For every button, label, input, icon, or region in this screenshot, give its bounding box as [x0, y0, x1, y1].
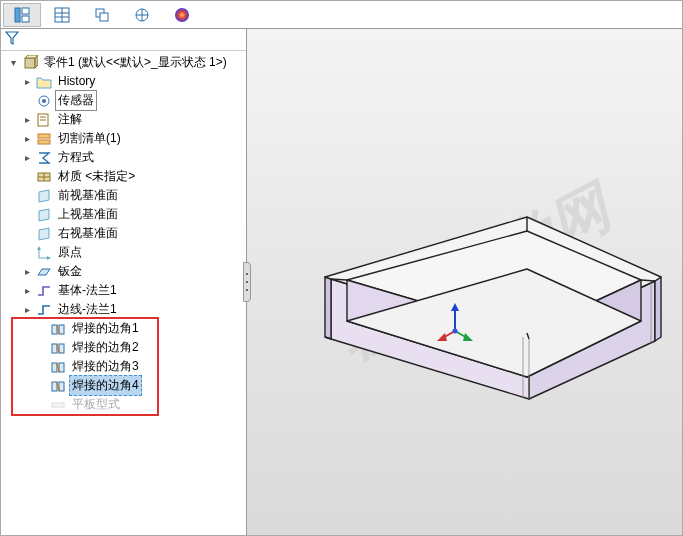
plane-icon	[35, 189, 53, 203]
svg-rect-31	[52, 344, 57, 353]
tree-node-weld-corner-2[interactable]: ▸焊接的边角2	[5, 338, 246, 357]
weld-icon	[49, 322, 67, 336]
svg-point-15	[42, 99, 46, 103]
weld-icon	[49, 360, 67, 374]
svg-line-50	[331, 279, 347, 280]
tab-feature-manager[interactable]	[3, 3, 41, 27]
tree-node-label: 传感器	[55, 90, 97, 111]
svg-marker-43	[325, 277, 331, 339]
collapse-handle[interactable]	[243, 262, 251, 302]
svg-marker-27	[47, 256, 51, 260]
tree-node-material[interactable]: ▸材质 <未指定>	[5, 167, 246, 186]
tree-node-label: 前视基准面	[55, 185, 121, 206]
weld-icon	[49, 341, 67, 355]
tree-node-label: 方程式	[55, 147, 97, 168]
svg-rect-32	[59, 344, 64, 353]
tree-node-weld-corner-1[interactable]: ▸焊接的边角1	[5, 319, 246, 338]
tree-node-weld-corner-4[interactable]: ▸焊接的边角4	[5, 376, 246, 395]
svg-rect-8	[100, 13, 108, 21]
svg-marker-26	[37, 246, 41, 250]
svg-marker-44	[655, 277, 661, 341]
svg-rect-20	[38, 140, 50, 144]
funnel-icon[interactable]	[5, 31, 19, 48]
tree-node-base-flange[interactable]: ▸基体-法兰1	[5, 281, 246, 300]
part-root-node[interactable]: ▾ 零件1 (默认<<默认>_显示状态 1>)	[5, 53, 246, 72]
folder-icon	[35, 75, 53, 89]
chevron-down-icon[interactable]: ▾	[7, 53, 19, 72]
feature-tree-panel: ▾ 零件1 (默认<<默认>_显示状态 1>) ▸History▸传感器▸注解▸…	[1, 29, 247, 535]
tree-node-sensors[interactable]: ▸传感器	[5, 91, 246, 110]
feature-manager-tabs	[1, 1, 682, 29]
svg-rect-0	[15, 8, 20, 22]
tree-node-sheetmetal[interactable]: ▸钣金	[5, 262, 246, 281]
chevron-right-icon[interactable]: ▸	[21, 72, 33, 91]
tree-node-label: 基体-法兰1	[55, 280, 120, 301]
model-viewport[interactable]: 软件自学网	[247, 29, 682, 535]
sensor-icon	[35, 94, 53, 108]
tree-node-label: 平板型式	[69, 394, 123, 415]
note-icon	[35, 113, 53, 127]
material-icon	[35, 170, 53, 184]
tree-node-history[interactable]: ▸History	[5, 72, 246, 91]
tree-node-label: 注解	[55, 109, 85, 130]
tree-node-label: 焊接的边角3	[69, 356, 142, 377]
svg-rect-19	[38, 134, 50, 138]
tree-node-label: History	[55, 71, 98, 92]
tree-node-label: 焊接的边角2	[69, 337, 142, 358]
plane-icon	[35, 227, 53, 241]
tree-node-origin[interactable]: ▸原点	[5, 243, 246, 262]
svg-rect-40	[52, 403, 64, 407]
tree-node-top-plane[interactable]: ▸上视基准面	[5, 205, 246, 224]
chevron-right-icon[interactable]: ▸	[21, 262, 33, 281]
svg-point-12	[175, 8, 189, 22]
tree-node-label: 焊接的边角4	[69, 375, 142, 396]
weld-icon	[49, 379, 67, 393]
tree-node-label: 边线-法兰1	[55, 299, 120, 320]
svg-rect-34	[52, 363, 57, 372]
svg-line-52	[641, 280, 655, 281]
tab-display-manager[interactable]	[163, 3, 201, 27]
sheetmetal-icon	[35, 265, 53, 279]
svg-rect-2	[22, 16, 29, 22]
tree-node-label: 材质 <未指定>	[55, 166, 138, 187]
feature-tree[interactable]: ▾ 零件1 (默认<<默认>_显示状态 1>) ▸History▸传感器▸注解▸…	[1, 51, 246, 535]
tree-node-label: 原点	[55, 242, 85, 263]
tab-dimxpert[interactable]	[123, 3, 161, 27]
chevron-right-icon[interactable]: ▸	[21, 110, 33, 129]
svg-rect-29	[59, 325, 64, 334]
chevron-right-icon[interactable]: ▸	[21, 300, 33, 319]
part-icon	[21, 55, 39, 71]
svg-rect-1	[22, 8, 29, 14]
plane-icon	[35, 208, 53, 222]
svg-rect-35	[59, 363, 64, 372]
cutlist-icon	[35, 132, 53, 146]
tree-node-edge-flange[interactable]: ▸边线-法兰1	[5, 300, 246, 319]
tree-node-cutlist[interactable]: ▸切割清单(1)	[5, 129, 246, 148]
svg-rect-13	[25, 58, 35, 68]
tree-node-label: 焊接的边角1	[69, 318, 142, 339]
sheet-metal-model[interactable]	[295, 177, 665, 437]
svg-rect-38	[59, 382, 64, 391]
filter-bar	[1, 29, 246, 51]
tree-node-label: 上视基准面	[55, 204, 121, 225]
tree-node-label: 右视基准面	[55, 223, 121, 244]
tree-node-right-plane[interactable]: ▸右视基准面	[5, 224, 246, 243]
chevron-right-icon[interactable]: ▸	[21, 129, 33, 148]
tab-property-manager[interactable]	[43, 3, 81, 27]
sigma-icon	[35, 151, 53, 165]
chevron-right-icon[interactable]: ▸	[21, 148, 33, 167]
chevron-right-icon[interactable]: ▸	[21, 281, 33, 300]
svg-rect-37	[52, 382, 57, 391]
flange-icon	[35, 303, 53, 317]
origin-icon	[35, 246, 53, 260]
tree-node-flat-pattern[interactable]: ▸平板型式	[5, 395, 246, 414]
tab-config-manager[interactable]	[83, 3, 121, 27]
tree-node-front-plane[interactable]: ▸前视基准面	[5, 186, 246, 205]
tree-node-equations[interactable]: ▸方程式	[5, 148, 246, 167]
flat-icon	[49, 398, 67, 412]
tree-node-annotations[interactable]: ▸注解	[5, 110, 246, 129]
svg-rect-28	[52, 325, 57, 334]
tree-node-weld-corner-3[interactable]: ▸焊接的边角3	[5, 357, 246, 376]
tree-node-label: 钣金	[55, 261, 85, 282]
flange-icon	[35, 284, 53, 298]
